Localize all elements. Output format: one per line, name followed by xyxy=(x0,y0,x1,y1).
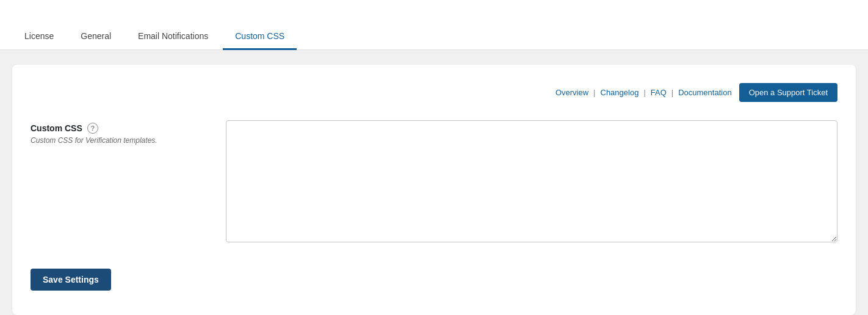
separator-1: | xyxy=(593,88,595,97)
custom-css-row: Custom CSS ? Custom CSS for Verification… xyxy=(31,120,837,244)
separator-2: | xyxy=(643,88,645,97)
changelog-link[interactable]: Changelog xyxy=(601,88,639,97)
custom-css-field-col xyxy=(226,120,837,244)
custom-css-textarea[interactable] xyxy=(226,120,837,242)
overview-link[interactable]: Overview xyxy=(555,88,588,97)
custom-css-label-col: Custom CSS ? Custom CSS for Verification… xyxy=(31,120,201,145)
separator-3: | xyxy=(671,88,673,97)
tab-license[interactable]: License xyxy=(12,24,66,50)
settings-card: Overview | Changelog | FAQ | Documentati… xyxy=(12,65,856,315)
main-content: Overview | Changelog | FAQ | Documentati… xyxy=(0,50,868,315)
documentation-link[interactable]: Documentation xyxy=(678,88,731,97)
top-links-bar: Overview | Changelog | FAQ | Documentati… xyxy=(31,83,837,102)
tab-bar: License General Email Notifications Cust… xyxy=(0,0,868,50)
help-icon[interactable]: ? xyxy=(87,123,98,134)
save-settings-button[interactable]: Save Settings xyxy=(31,269,111,291)
custom-css-label-title: Custom CSS ? xyxy=(31,123,201,134)
tab-email-notifications[interactable]: Email Notifications xyxy=(126,24,220,50)
faq-link[interactable]: FAQ xyxy=(651,88,667,97)
custom-css-title-text: Custom CSS xyxy=(31,123,82,133)
custom-css-description: Custom CSS for Verification templates. xyxy=(31,136,201,145)
tab-general[interactable]: General xyxy=(68,24,123,50)
tab-custom-css[interactable]: Custom CSS xyxy=(223,24,297,50)
support-ticket-button[interactable]: Open a Support Ticket xyxy=(739,83,837,102)
